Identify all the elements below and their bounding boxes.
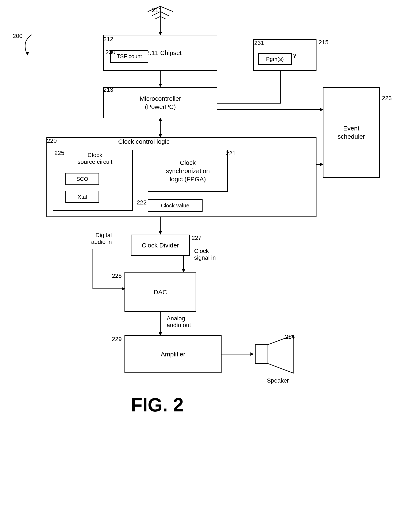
amplifier-box: Amplifier [125, 335, 221, 373]
pgm-box: Pgm(s) [258, 53, 292, 65]
dac-box: DAC [125, 272, 196, 312]
ref-230: 230 [105, 49, 115, 56]
clock-source-label: Clock source circuit [61, 152, 129, 165]
sco-box: SCO [65, 173, 99, 185]
svg-rect-35 [255, 345, 268, 364]
svg-line-5 [155, 16, 160, 19]
speaker-label: Speaker [267, 377, 289, 384]
tsf-box: TSF count [110, 50, 148, 63]
svg-line-6 [160, 16, 166, 19]
clock-sync-box: Clock synchronization logic (FPGA) [148, 150, 228, 192]
clock-control-label: Clock control logic [118, 138, 169, 145]
clock-value-box: Clock value [148, 199, 203, 212]
ref-215: 215 [319, 39, 329, 46]
ref-220: 220 [47, 137, 57, 144]
ref-222: 222 [137, 199, 147, 206]
ref-227: 227 [192, 235, 202, 241]
ref-200: 200 [13, 33, 23, 39]
svg-marker-10 [159, 84, 162, 87]
ref-214: 214 [285, 334, 295, 340]
diagram-container: 200 [0, 0, 407, 532]
microcontroller-box: Microcontroller (PowerPC) [103, 87, 217, 118]
ref-212: 212 [103, 36, 113, 43]
digital-audio-label: Digital audio in [70, 232, 112, 245]
ref-229: 229 [112, 336, 122, 342]
svg-line-2 [160, 6, 173, 12]
clock-signal-label: Clock signal in [194, 248, 216, 261]
xtal-box: Xtal [65, 191, 99, 203]
ref-231: 231 [254, 40, 264, 46]
figure-label: FIG. 2 [131, 394, 184, 416]
ref-221: 221 [226, 150, 236, 157]
clock-divider-box: Clock Divider [131, 235, 190, 256]
ref-225: 225 [55, 150, 64, 156]
analog-audio-label: Analog audio out [167, 315, 191, 329]
ref-213: 213 [103, 86, 113, 93]
ref-211: 211 [152, 7, 162, 14]
svg-marker-34 [26, 52, 29, 55]
ref-228: 228 [112, 273, 122, 279]
svg-marker-15 [159, 231, 162, 235]
chipset-box: 802.11 Chipset TSF count [103, 35, 217, 71]
ref-223: 223 [382, 95, 392, 102]
event-scheduler-box: Event scheduler [323, 87, 380, 178]
svg-marker-36 [268, 335, 293, 373]
